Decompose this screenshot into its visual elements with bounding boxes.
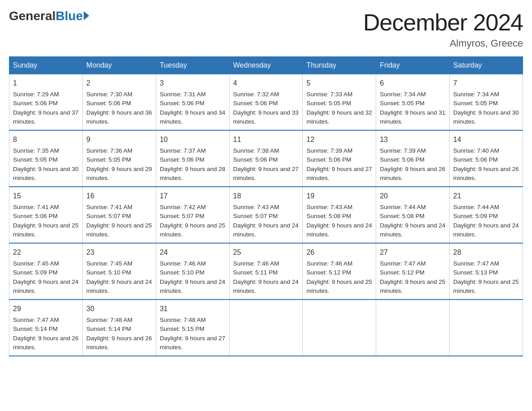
day-info: Sunrise: 7:42 AMSunset: 5:07 PMDaylight:… [160,204,225,238]
day-number: 21 [453,191,519,201]
day-info: Sunrise: 7:44 AMSunset: 5:09 PMDaylight:… [453,204,519,238]
day-number: 3 [160,78,226,89]
calendar-cell: 30Sunrise: 7:48 AMSunset: 5:14 PMDayligh… [82,300,156,356]
header-sunday: Sunday [9,57,83,74]
calendar-cell: 18Sunrise: 7:43 AMSunset: 5:07 PMDayligh… [229,187,303,243]
day-info: Sunrise: 7:47 AMSunset: 5:13 PMDaylight:… [453,260,519,294]
day-number: 27 [380,247,446,258]
day-number: 22 [13,247,79,258]
calendar-cell [229,300,303,356]
day-number: 5 [306,78,372,89]
day-info: Sunrise: 7:43 AMSunset: 5:08 PMDaylight:… [306,204,372,238]
calendar-cell: 7Sunrise: 7:34 AMSunset: 5:05 PMDaylight… [450,74,523,131]
calendar-cell: 9Sunrise: 7:36 AMSunset: 5:05 PMDaylight… [82,130,156,187]
header-monday: Monday [82,57,156,74]
calendar-cell: 11Sunrise: 7:38 AMSunset: 5:06 PMDayligh… [229,130,303,187]
calendar-cell: 4Sunrise: 7:32 AMSunset: 5:06 PMDaylight… [229,74,303,131]
logo-general-text: General [9,9,56,23]
day-info: Sunrise: 7:48 AMSunset: 5:15 PMDaylight:… [160,317,225,351]
calendar-cell: 5Sunrise: 7:33 AMSunset: 5:05 PMDaylight… [303,74,376,131]
day-info: Sunrise: 7:44 AMSunset: 5:08 PMDaylight:… [380,204,445,238]
day-info: Sunrise: 7:31 AMSunset: 5:06 PMDaylight:… [160,91,225,125]
day-info: Sunrise: 7:34 AMSunset: 5:05 PMDaylight:… [380,91,445,125]
day-number: 29 [13,304,79,314]
day-number: 6 [380,78,446,89]
day-number: 30 [86,304,152,314]
day-info: Sunrise: 7:48 AMSunset: 5:14 PMDaylight:… [86,317,152,351]
header-friday: Friday [376,57,450,74]
calendar-cell: 26Sunrise: 7:46 AMSunset: 5:12 PMDayligh… [303,243,376,300]
calendar-body: 1Sunrise: 7:29 AMSunset: 5:06 PMDaylight… [9,74,523,356]
header-row: SundayMondayTuesdayWednesdayThursdayFrid… [9,57,523,74]
calendar-cell: 29Sunrise: 7:47 AMSunset: 5:14 PMDayligh… [9,300,83,356]
day-number: 20 [380,191,446,201]
calendar-cell: 20Sunrise: 7:44 AMSunset: 5:08 PMDayligh… [376,187,450,243]
calendar-cell: 13Sunrise: 7:39 AMSunset: 5:06 PMDayligh… [376,130,450,187]
calendar-cell [450,300,523,356]
week-row-5: 29Sunrise: 7:47 AMSunset: 5:14 PMDayligh… [9,300,523,356]
day-info: Sunrise: 7:38 AMSunset: 5:06 PMDaylight:… [233,147,299,181]
calendar-cell: 19Sunrise: 7:43 AMSunset: 5:08 PMDayligh… [303,187,376,243]
calendar-cell: 16Sunrise: 7:41 AMSunset: 5:07 PMDayligh… [82,187,156,243]
day-info: Sunrise: 7:29 AMSunset: 5:06 PMDaylight:… [13,91,78,125]
day-number: 11 [233,134,299,145]
day-number: 28 [453,247,519,258]
calendar-cell: 17Sunrise: 7:42 AMSunset: 5:07 PMDayligh… [156,187,229,243]
calendar-cell: 24Sunrise: 7:46 AMSunset: 5:10 PMDayligh… [156,243,229,300]
logo-blue-text: Blue [56,9,83,23]
day-info: Sunrise: 7:39 AMSunset: 5:06 PMDaylight:… [380,147,445,181]
day-info: Sunrise: 7:41 AMSunset: 5:07 PMDaylight:… [86,204,152,238]
day-info: Sunrise: 7:32 AMSunset: 5:06 PMDaylight:… [233,91,299,125]
day-info: Sunrise: 7:35 AMSunset: 5:05 PMDaylight:… [13,147,78,181]
calendar-cell: 14Sunrise: 7:40 AMSunset: 5:06 PMDayligh… [450,130,523,187]
header-thursday: Thursday [303,57,376,74]
logo: General Blue [9,9,89,23]
header-tuesday: Tuesday [156,57,229,74]
day-info: Sunrise: 7:46 AMSunset: 5:10 PMDaylight:… [160,260,225,294]
day-info: Sunrise: 7:46 AMSunset: 5:11 PMDaylight:… [233,260,299,294]
day-info: Sunrise: 7:46 AMSunset: 5:12 PMDaylight:… [306,260,372,294]
calendar-cell: 21Sunrise: 7:44 AMSunset: 5:09 PMDayligh… [450,187,523,243]
calendar-cell: 25Sunrise: 7:46 AMSunset: 5:11 PMDayligh… [229,243,303,300]
title-area: December 2024 Almyros, Greece [363,9,523,49]
day-number: 23 [86,247,152,258]
week-row-1: 1Sunrise: 7:29 AMSunset: 5:06 PMDaylight… [9,74,523,131]
header-wednesday: Wednesday [229,57,303,74]
day-number: 14 [453,134,519,145]
calendar-cell: 8Sunrise: 7:35 AMSunset: 5:05 PMDaylight… [9,130,83,187]
calendar-cell: 2Sunrise: 7:30 AMSunset: 5:06 PMDaylight… [82,74,156,131]
logo-triangle-icon [84,11,89,20]
calendar-cell [303,300,376,356]
day-info: Sunrise: 7:36 AMSunset: 5:05 PMDaylight:… [86,147,152,181]
day-info: Sunrise: 7:45 AMSunset: 5:10 PMDaylight:… [86,260,152,294]
day-number: 4 [233,78,299,89]
week-row-2: 8Sunrise: 7:35 AMSunset: 5:05 PMDaylight… [9,130,523,187]
day-number: 13 [380,134,446,145]
day-number: 16 [86,191,152,201]
day-info: Sunrise: 7:30 AMSunset: 5:06 PMDaylight:… [86,91,152,125]
day-info: Sunrise: 7:37 AMSunset: 5:06 PMDaylight:… [160,147,225,181]
day-info: Sunrise: 7:40 AMSunset: 5:06 PMDaylight:… [453,147,519,181]
calendar-cell: 31Sunrise: 7:48 AMSunset: 5:15 PMDayligh… [156,300,229,356]
calendar-cell: 3Sunrise: 7:31 AMSunset: 5:06 PMDaylight… [156,74,229,131]
day-number: 10 [160,134,226,145]
day-info: Sunrise: 7:47 AMSunset: 5:12 PMDaylight:… [380,260,445,294]
header: General Blue December 2024 Almyros, Gree… [9,9,523,49]
month-title: December 2024 [363,9,523,36]
day-info: Sunrise: 7:39 AMSunset: 5:06 PMDaylight:… [306,147,372,181]
day-info: Sunrise: 7:47 AMSunset: 5:14 PMDaylight:… [13,317,78,351]
calendar-cell [376,300,450,356]
calendar-cell: 12Sunrise: 7:39 AMSunset: 5:06 PMDayligh… [303,130,376,187]
day-number: 24 [160,247,226,258]
location: Almyros, Greece [363,38,523,49]
calendar-cell: 28Sunrise: 7:47 AMSunset: 5:13 PMDayligh… [450,243,523,300]
header-saturday: Saturday [450,57,523,74]
day-number: 12 [306,134,372,145]
day-number: 19 [306,191,372,201]
day-number: 1 [13,78,79,89]
logo-blue-part: Blue [56,9,89,23]
day-info: Sunrise: 7:45 AMSunset: 5:09 PMDaylight:… [13,260,78,294]
day-number: 31 [160,304,226,314]
calendar-header: SundayMondayTuesdayWednesdayThursdayFrid… [9,57,523,74]
week-row-3: 15Sunrise: 7:41 AMSunset: 5:06 PMDayligh… [9,187,523,243]
